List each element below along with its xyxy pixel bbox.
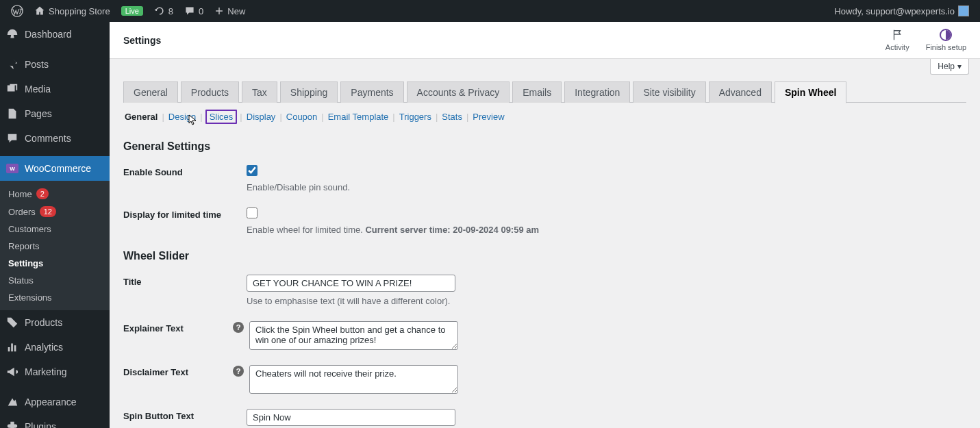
- tab-accounts[interactable]: Accounts & Privacy: [407, 81, 510, 103]
- dashboard-icon: [5, 27, 19, 41]
- comments-link[interactable]: 0: [179, 0, 209, 22]
- wp-logo[interactable]: [5, 0, 29, 22]
- site-name-text: Shopping Store: [49, 6, 110, 16]
- menu-appearance-label: Appearance: [25, 396, 77, 407]
- comments-count: 0: [199, 6, 203, 16]
- menu-marketing-label: Marketing: [25, 366, 66, 377]
- separator: |: [279, 112, 281, 122]
- menu-pages[interactable]: Pages: [0, 101, 110, 126]
- menu-comments-label: Comments: [25, 133, 71, 144]
- subtab-stats[interactable]: Stats: [440, 112, 464, 122]
- help-icon[interactable]: ?: [233, 366, 244, 377]
- submenu-home[interactable]: Home2: [0, 185, 110, 203]
- submenu-home-label: Home: [8, 189, 32, 199]
- subtab-coupon[interactable]: Coupon: [285, 112, 319, 122]
- help-tab[interactable]: Help▾: [930, 59, 969, 75]
- content-header: Settings Activity Finish setup: [110, 22, 980, 59]
- submenu-status[interactable]: Status: [0, 272, 110, 289]
- subtab-display[interactable]: Display: [245, 112, 277, 122]
- menu-marketing[interactable]: Marketing: [0, 360, 110, 384]
- submenu-settings[interactable]: Settings: [0, 255, 110, 272]
- menu-dashboard-label: Dashboard: [25, 29, 72, 40]
- menu-media[interactable]: Media: [0, 77, 110, 101]
- updates-link[interactable]: 8: [149, 0, 179, 22]
- plugins-icon: [5, 420, 19, 428]
- separator: |: [240, 112, 242, 122]
- submenu-reports[interactable]: Reports: [0, 238, 110, 255]
- title-input[interactable]: [247, 275, 455, 292]
- tab-payments[interactable]: Payments: [340, 81, 403, 103]
- menu-pages-label: Pages: [25, 108, 52, 119]
- enable-sound-checkbox[interactable]: [247, 165, 257, 176]
- help-label: Help: [938, 62, 955, 71]
- separator: |: [321, 112, 323, 122]
- new-content-link[interactable]: New: [209, 0, 251, 22]
- admin-bar: Shopping Store Live 8 0 New Howdy, suppo…: [0, 0, 980, 22]
- menu-plugins[interactable]: Plugins: [0, 414, 110, 428]
- live-status[interactable]: Live: [116, 0, 149, 22]
- spinwheel-subtabs: General | Design | Slices | Display | Co…: [123, 103, 966, 131]
- tab-emails[interactable]: Emails: [512, 81, 562, 103]
- enable-sound-desc: Enable/Disable pin sound.: [247, 182, 692, 192]
- site-name-link[interactable]: Shopping Store: [29, 0, 116, 22]
- comment-icon: [5, 131, 19, 145]
- spin-button-label: Spin Button Text: [123, 409, 247, 421]
- section-general-settings: General Settings: [123, 140, 966, 153]
- chevron-down-icon: ▾: [957, 62, 962, 71]
- menu-comments[interactable]: Comments: [0, 126, 110, 151]
- activity-button[interactable]: Activity: [885, 29, 909, 51]
- flag-icon: [891, 29, 903, 41]
- menu-posts[interactable]: Posts: [0, 52, 110, 77]
- home-badge: 2: [36, 188, 49, 199]
- explainer-textarea[interactable]: [249, 321, 458, 350]
- title-desc: Use to emphasise text (it will have a di…: [247, 296, 692, 306]
- display-limited-desc: Enable wheel for limited time. Current s…: [247, 225, 692, 235]
- tab-products[interactable]: Products: [181, 81, 239, 103]
- menu-analytics-label: Analytics: [25, 342, 63, 353]
- tab-visibility[interactable]: Site visibility: [633, 81, 705, 103]
- display-limited-label: Display for limited time: [123, 207, 247, 220]
- tab-advanced[interactable]: Advanced: [709, 81, 772, 103]
- tab-general[interactable]: General: [123, 81, 178, 103]
- submenu-orders[interactable]: Orders12: [0, 203, 110, 221]
- media-icon: [5, 82, 19, 96]
- title-label: Title: [123, 275, 247, 287]
- tab-integration[interactable]: Integration: [564, 81, 630, 103]
- tab-tax[interactable]: Tax: [242, 81, 277, 103]
- subtab-triggers[interactable]: Triggers: [398, 112, 433, 122]
- menu-woocommerce[interactable]: WWooCommerce: [0, 156, 110, 181]
- subtab-slices[interactable]: Slices: [205, 110, 238, 124]
- separator: |: [436, 112, 438, 122]
- spin-button-input[interactable]: [247, 409, 455, 426]
- finish-setup-button[interactable]: Finish setup: [926, 29, 966, 51]
- display-limited-checkbox[interactable]: [247, 207, 257, 218]
- subtab-email[interactable]: Email Template: [327, 112, 390, 122]
- pin-icon: [5, 58, 19, 71]
- submenu-extensions[interactable]: Extensions: [0, 289, 110, 306]
- disclaimer-label: Disclaimer Text: [123, 365, 233, 377]
- separator: |: [200, 112, 202, 122]
- explainer-label: Explainer Text: [123, 321, 233, 333]
- menu-products[interactable]: Products: [0, 310, 110, 335]
- menu-dashboard[interactable]: Dashboard: [0, 22, 110, 47]
- woocommerce-submenu: Home2 Orders12 Customers Reports Setting…: [0, 181, 110, 310]
- content-area: Settings Activity Finish setup Help▾ Gen…: [110, 22, 980, 428]
- subtab-preview[interactable]: Preview: [471, 112, 505, 122]
- woocommerce-icon: W: [5, 162, 19, 175]
- menu-analytics[interactable]: Analytics: [0, 335, 110, 360]
- menu-posts-label: Posts: [25, 59, 49, 70]
- disclaimer-textarea[interactable]: [249, 365, 458, 394]
- subtab-general[interactable]: General: [123, 112, 159, 122]
- menu-products-label: Products: [25, 317, 62, 328]
- tab-shipping[interactable]: Shipping: [280, 81, 338, 103]
- activity-label: Activity: [885, 43, 909, 51]
- new-label: New: [227, 6, 245, 16]
- my-account-link[interactable]: Howdy, support@wpexperts.io: [829, 0, 975, 22]
- products-icon: [5, 316, 19, 329]
- submenu-customers[interactable]: Customers: [0, 221, 110, 238]
- separator: |: [466, 112, 468, 122]
- help-icon[interactable]: ?: [233, 322, 244, 333]
- tab-spinwheel[interactable]: Spin Wheel: [775, 81, 846, 103]
- menu-plugins-label: Plugins: [25, 421, 56, 428]
- menu-appearance[interactable]: Appearance: [0, 390, 110, 414]
